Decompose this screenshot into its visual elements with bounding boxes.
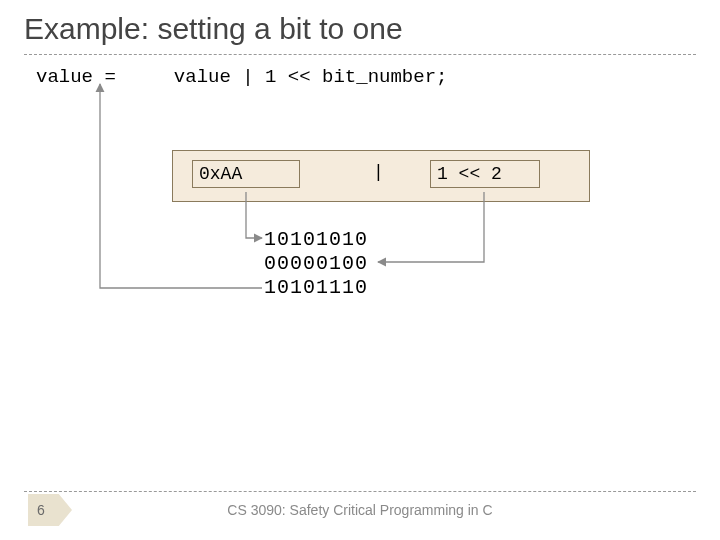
bitor-operator: |	[373, 162, 384, 182]
code-rhs: value | 1 << bit_number;	[174, 66, 448, 88]
operand-right-box: 1 << 2	[430, 160, 540, 188]
slide-title: Example: setting a bit to one	[24, 12, 403, 46]
slide: Example: setting a bit to one value =val…	[0, 0, 720, 540]
bits-row-3: 10101110	[264, 276, 368, 299]
bits-row-1: 10101010	[264, 228, 368, 251]
code-lhs: value =	[36, 66, 116, 88]
footer-divider	[24, 491, 696, 492]
operand-left-box: 0xAA	[192, 160, 300, 188]
title-divider	[24, 54, 696, 55]
code-expression: value =value | 1 << bit_number;	[36, 66, 447, 88]
footer-course: CS 3090: Safety Critical Programming in …	[0, 502, 720, 518]
bits-row-2: 00000100	[264, 252, 368, 275]
